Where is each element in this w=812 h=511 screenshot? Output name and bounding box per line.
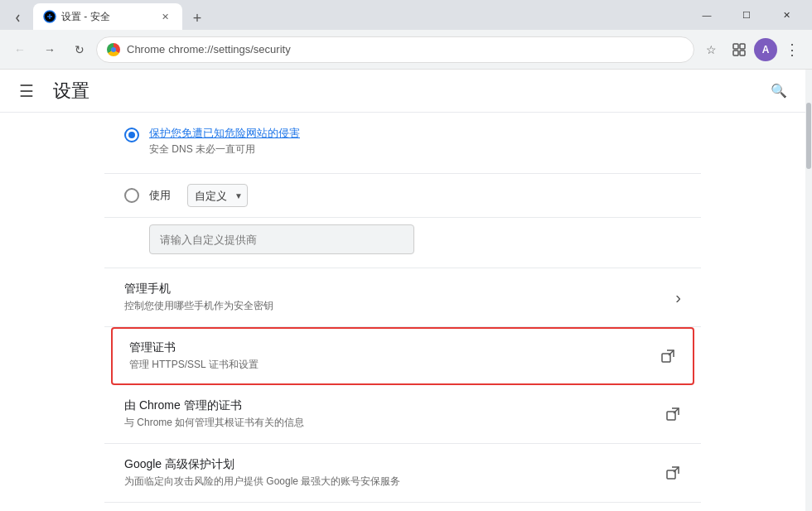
google-protection-subtitle: 为面临定向攻击风险的用户提供 Google 最强大的账号安保服务 <box>124 475 655 489</box>
maximize-btn[interactable]: ☐ <box>727 2 766 28</box>
custom-provider-input[interactable] <box>149 224 414 254</box>
dns-selected-subtitle: 安全 DNS 未必一直可用 <box>149 142 681 157</box>
titlebar: 设置 - 安全 ✕ + — ☐ ✕ <box>0 0 812 30</box>
tab-favicon <box>43 10 56 23</box>
manage-phone-arrow-icon: › <box>675 288 681 307</box>
custom-label: 使用 <box>149 188 171 203</box>
dns-radio-selected[interactable] <box>124 128 139 142</box>
settings-content: 保护您免遭已知危险网站的侵害 安全 DNS 未必一直可用 使用 自定义 ▼ <box>104 113 701 511</box>
window-controls: — ☐ ✕ <box>688 2 805 28</box>
minimize-btn[interactable]: — <box>688 2 726 28</box>
svg-rect-2 <box>740 44 745 49</box>
chrome-cert-row[interactable]: 由 Chrome 管理的证书 与 Chrome 如何管理其根证书有关的信息 <box>104 385 701 444</box>
nav-right-icons: ☆ A ⋮ <box>698 36 805 63</box>
back-icon: ← <box>14 43 26 56</box>
chrome-text: Chrome <box>127 43 165 55</box>
chrome-cert-subtitle: 与 Chrome 如何管理其根证书有关的信息 <box>124 416 655 430</box>
menu-btn[interactable]: ⋮ <box>779 36 805 63</box>
new-tab-btn[interactable]: + <box>186 7 209 30</box>
google-protection-row[interactable]: Google 高级保护计划 为面临定向攻击风险的用户提供 Google 最强大的… <box>104 444 701 503</box>
custom-dns-radio[interactable] <box>124 188 139 203</box>
address-url: chrome://settings/security <box>168 43 290 55</box>
tab-title: 设置 - 安全 <box>61 10 152 24</box>
manage-cert-title: 管理证书 <box>129 340 650 355</box>
manage-phone-title: 管理手机 <box>124 282 665 296</box>
hamburger-menu-btn[interactable]: ☰ <box>13 78 40 104</box>
navbar: ← → ↻ Chromechrome://settings/security ☆… <box>0 30 812 70</box>
custom-select-wrap: 自定义 ▼ <box>187 184 248 207</box>
refresh-btn[interactable]: ↻ <box>66 36 93 63</box>
content-area[interactable]: ☰ 设置 🔍 保护您免遭已知危险网站的侵害 安全 DNS 未必一直可用 <box>0 70 805 511</box>
tab-close-btn[interactable]: ✕ <box>157 9 172 24</box>
extensions-btn[interactable] <box>726 36 752 63</box>
scrollbar-track[interactable] <box>805 70 812 511</box>
dns-selected-title[interactable]: 保护您免遭已知危险网站的侵害 <box>149 126 681 141</box>
google-protection-external-svg <box>665 465 680 480</box>
bookmark-icon: ☆ <box>706 43 717 56</box>
google-protection-external-icon <box>665 465 681 481</box>
custom-dns-select[interactable]: 自定义 <box>187 184 248 207</box>
svg-rect-4 <box>740 51 745 55</box>
manage-cert-row[interactable]: 管理证书 管理 HTTPS/SSL 证书和设置 <box>111 327 694 385</box>
manage-cert-subtitle: 管理 HTTPS/SSL 证书和设置 <box>129 358 650 372</box>
profile-btn[interactable]: A <box>754 38 777 61</box>
tabs-area: 设置 - 安全 ✕ + <box>7 0 688 30</box>
settings-header: ☰ 设置 🔍 <box>0 70 805 113</box>
radio-dot-fill <box>128 132 135 138</box>
svg-rect-1 <box>733 44 738 49</box>
chrome-cert-title: 由 Chrome 管理的证书 <box>124 398 655 413</box>
dns-selected-text: 保护您免遭已知危险网站的侵害 安全 DNS 未必一直可用 <box>149 126 681 157</box>
address-bar[interactable]: Chromechrome://settings/security <box>96 36 694 63</box>
active-tab[interactable]: 设置 - 安全 ✕ <box>33 3 182 30</box>
close-btn[interactable]: ✕ <box>767 2 805 28</box>
settings-search-btn[interactable]: 🔍 <box>766 78 792 104</box>
scrollbar-thumb[interactable] <box>806 103 811 169</box>
manage-phone-content: 管理手机 控制您使用哪些手机作为安全密钥 <box>124 282 665 313</box>
external-link-svg <box>660 349 675 364</box>
forward-btn[interactable]: → <box>36 36 63 63</box>
chrome-cert-external-svg <box>665 407 680 422</box>
dns-selected-row: 保护您免遭已知危险网站的侵害 安全 DNS 未必一直可用 <box>124 126 681 157</box>
forward-icon: → <box>44 43 56 56</box>
manage-phone-subtitle: 控制您使用哪些手机作为安全密钥 <box>124 299 665 313</box>
dns-selected-section: 保护您免遭已知危险网站的侵害 安全 DNS 未必一直可用 <box>104 113 701 174</box>
manage-phone-row[interactable]: 管理手机 控制您使用哪些手机作为安全密钥 › <box>104 268 701 327</box>
manage-cert-content: 管理证书 管理 HTTPS/SSL 证书和设置 <box>129 340 650 372</box>
svg-rect-3 <box>733 51 738 55</box>
settings-title: 设置 <box>53 79 752 104</box>
google-protection-title: Google 高级保护计划 <box>124 457 655 472</box>
tab-prev-btn[interactable] <box>7 7 30 30</box>
refresh-icon: ↻ <box>75 43 85 56</box>
chrome-label: Chromechrome://settings/security <box>127 43 684 55</box>
chrome-cert-content: 由 Chrome 管理的证书 与 Chrome 如何管理其根证书有关的信息 <box>124 398 655 430</box>
search-icon: 🔍 <box>771 83 787 99</box>
bookmark-btn[interactable]: ☆ <box>698 36 724 63</box>
custom-input-row <box>104 218 701 268</box>
manage-cert-external-icon <box>660 348 676 364</box>
back-btn[interactable]: ← <box>7 36 33 63</box>
extensions-icon <box>732 42 747 57</box>
site-icon <box>107 43 120 56</box>
google-protection-content: Google 高级保护计划 为面临定向攻击风险的用户提供 Google 最强大的… <box>124 457 655 489</box>
chrome-cert-external-icon <box>665 406 681 422</box>
menu-icon: ⋮ <box>785 41 800 59</box>
custom-dns-row: 使用 自定义 ▼ <box>104 174 701 218</box>
main-layout: ☰ 设置 🔍 保护您免遭已知危险网站的侵害 安全 DNS 未必一直可用 <box>0 70 812 511</box>
